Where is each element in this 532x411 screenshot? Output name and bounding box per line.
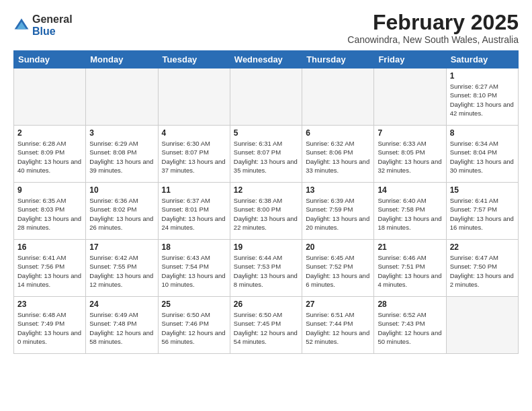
day-info: Sunrise: 6:28 AM Sunset: 8:09 PM Dayligh… [17,139,82,175]
table-cell: 12Sunrise: 6:38 AM Sunset: 8:00 PM Dayli… [230,183,302,240]
day-info: Sunrise: 6:37 AM Sunset: 8:01 PM Dayligh… [162,196,226,232]
day-info: Sunrise: 6:31 AM Sunset: 8:07 PM Dayligh… [234,139,298,175]
table-cell: 26Sunrise: 6:50 AM Sunset: 7:45 PM Dayli… [230,297,302,354]
table-cell: 11Sunrise: 6:37 AM Sunset: 8:01 PM Dayli… [158,183,230,240]
day-number: 20 [306,242,370,252]
day-number: 23 [17,300,82,309]
page: General Blue February 2025 Canowindra, N… [0,0,532,411]
logo: General Blue [13,13,73,37]
day-number: 5 [234,128,298,138]
title-block: February 2025 Canowindra, New South Wale… [347,11,519,45]
table-cell: 23Sunrise: 6:48 AM Sunset: 7:49 PM Dayli… [14,297,86,354]
header-saturday: Saturday [446,51,518,68]
header-wednesday: Wednesday [230,51,302,68]
day-number: 28 [378,300,442,309]
table-cell [446,297,518,354]
day-info: Sunrise: 6:41 AM Sunset: 7:57 PM Dayligh… [450,196,515,232]
table-cell [14,68,86,126]
day-info: Sunrise: 6:27 AM Sunset: 8:10 PM Dayligh… [450,82,515,118]
calendar-header-row: Sunday Monday Tuesday Wednesday Thursday… [14,51,519,68]
day-info: Sunrise: 6:44 AM Sunset: 7:53 PM Dayligh… [234,253,298,289]
table-cell: 6Sunrise: 6:32 AM Sunset: 8:06 PM Daylig… [302,126,374,183]
table-cell: 21Sunrise: 6:46 AM Sunset: 7:51 PM Dayli… [374,240,446,297]
header: General Blue February 2025 Canowindra, N… [13,11,519,45]
day-info: Sunrise: 6:40 AM Sunset: 7:58 PM Dayligh… [378,196,442,232]
day-info: Sunrise: 6:51 AM Sunset: 7:44 PM Dayligh… [306,310,370,346]
table-cell: 20Sunrise: 6:45 AM Sunset: 7:52 PM Dayli… [302,240,374,297]
day-number: 22 [450,242,515,252]
table-cell: 24Sunrise: 6:49 AM Sunset: 7:48 PM Dayli… [86,297,158,354]
table-cell: 22Sunrise: 6:47 AM Sunset: 7:50 PM Dayli… [446,240,518,297]
day-info: Sunrise: 6:34 AM Sunset: 8:04 PM Dayligh… [450,139,515,175]
day-info: Sunrise: 6:42 AM Sunset: 7:55 PM Dayligh… [89,253,154,289]
week-row-0: 1Sunrise: 6:27 AM Sunset: 8:10 PM Daylig… [14,68,519,126]
table-cell: 5Sunrise: 6:31 AM Sunset: 8:07 PM Daylig… [230,126,302,183]
table-cell: 14Sunrise: 6:40 AM Sunset: 7:58 PM Dayli… [374,183,446,240]
day-info: Sunrise: 6:29 AM Sunset: 8:08 PM Dayligh… [89,139,154,175]
day-number: 17 [89,242,154,252]
table-cell: 9Sunrise: 6:35 AM Sunset: 8:03 PM Daylig… [14,183,86,240]
day-number: 12 [234,185,298,195]
table-cell: 17Sunrise: 6:42 AM Sunset: 7:55 PM Dayli… [86,240,158,297]
table-cell: 10Sunrise: 6:36 AM Sunset: 8:02 PM Dayli… [86,183,158,240]
day-number: 24 [89,300,154,309]
day-number: 26 [234,300,298,309]
day-number: 15 [450,185,515,195]
day-info: Sunrise: 6:38 AM Sunset: 8:00 PM Dayligh… [234,196,298,232]
day-info: Sunrise: 6:35 AM Sunset: 8:03 PM Dayligh… [17,196,82,232]
table-cell [374,68,446,126]
day-number: 11 [162,185,226,195]
table-cell: 4Sunrise: 6:30 AM Sunset: 8:07 PM Daylig… [158,126,230,183]
table-cell: 25Sunrise: 6:50 AM Sunset: 7:46 PM Dayli… [158,297,230,354]
day-info: Sunrise: 6:46 AM Sunset: 7:51 PM Dayligh… [378,253,442,289]
table-cell [302,68,374,126]
table-cell [86,68,158,126]
logo-general-text: General [32,13,73,26]
week-row-1: 2Sunrise: 6:28 AM Sunset: 8:09 PM Daylig… [14,126,519,183]
week-row-2: 9Sunrise: 6:35 AM Sunset: 8:03 PM Daylig… [14,183,519,240]
day-info: Sunrise: 6:47 AM Sunset: 7:50 PM Dayligh… [450,253,515,289]
day-number: 3 [89,128,154,138]
month-title: February 2025 [347,11,519,34]
day-info: Sunrise: 6:50 AM Sunset: 7:46 PM Dayligh… [162,310,226,346]
day-number: 13 [306,185,370,195]
day-number: 2 [17,128,82,138]
header-thursday: Thursday [302,51,374,68]
day-info: Sunrise: 6:30 AM Sunset: 8:07 PM Dayligh… [162,139,226,175]
header-friday: Friday [374,51,446,68]
day-info: Sunrise: 6:43 AM Sunset: 7:54 PM Dayligh… [162,253,226,289]
header-monday: Monday [86,51,158,68]
table-cell: 2Sunrise: 6:28 AM Sunset: 8:09 PM Daylig… [14,126,86,183]
day-info: Sunrise: 6:36 AM Sunset: 8:02 PM Dayligh… [89,196,154,232]
day-number: 16 [17,242,82,252]
table-cell: 3Sunrise: 6:29 AM Sunset: 8:08 PM Daylig… [86,126,158,183]
day-number: 27 [306,300,370,309]
day-number: 7 [378,128,442,138]
day-number: 9 [17,185,82,195]
day-number: 21 [378,242,442,252]
table-cell: 15Sunrise: 6:41 AM Sunset: 7:57 PM Dayli… [446,183,518,240]
header-tuesday: Tuesday [158,51,230,68]
week-row-3: 16Sunrise: 6:41 AM Sunset: 7:56 PM Dayli… [14,240,519,297]
day-number: 10 [89,185,154,195]
day-number: 1 [450,71,515,81]
table-cell: 27Sunrise: 6:51 AM Sunset: 7:44 PM Dayli… [302,297,374,354]
table-cell: 1Sunrise: 6:27 AM Sunset: 8:10 PM Daylig… [446,68,518,126]
table-cell: 13Sunrise: 6:39 AM Sunset: 7:59 PM Dayli… [302,183,374,240]
location-title: Canowindra, New South Wales, Australia [347,34,519,45]
day-info: Sunrise: 6:49 AM Sunset: 7:48 PM Dayligh… [89,310,154,346]
day-info: Sunrise: 6:41 AM Sunset: 7:56 PM Dayligh… [17,253,82,289]
logo-icon [13,17,30,34]
day-number: 4 [162,128,226,138]
day-info: Sunrise: 6:45 AM Sunset: 7:52 PM Dayligh… [306,253,370,289]
table-cell [158,68,230,126]
week-row-4: 23Sunrise: 6:48 AM Sunset: 7:49 PM Dayli… [14,297,519,354]
day-info: Sunrise: 6:32 AM Sunset: 8:06 PM Dayligh… [306,139,370,175]
day-info: Sunrise: 6:48 AM Sunset: 7:49 PM Dayligh… [17,310,82,346]
day-number: 18 [162,242,226,252]
table-cell: 7Sunrise: 6:33 AM Sunset: 8:05 PM Daylig… [374,126,446,183]
logo-text: General Blue [32,13,73,37]
day-info: Sunrise: 6:39 AM Sunset: 7:59 PM Dayligh… [306,196,370,232]
day-number: 6 [306,128,370,138]
day-info: Sunrise: 6:52 AM Sunset: 7:43 PM Dayligh… [378,310,442,346]
